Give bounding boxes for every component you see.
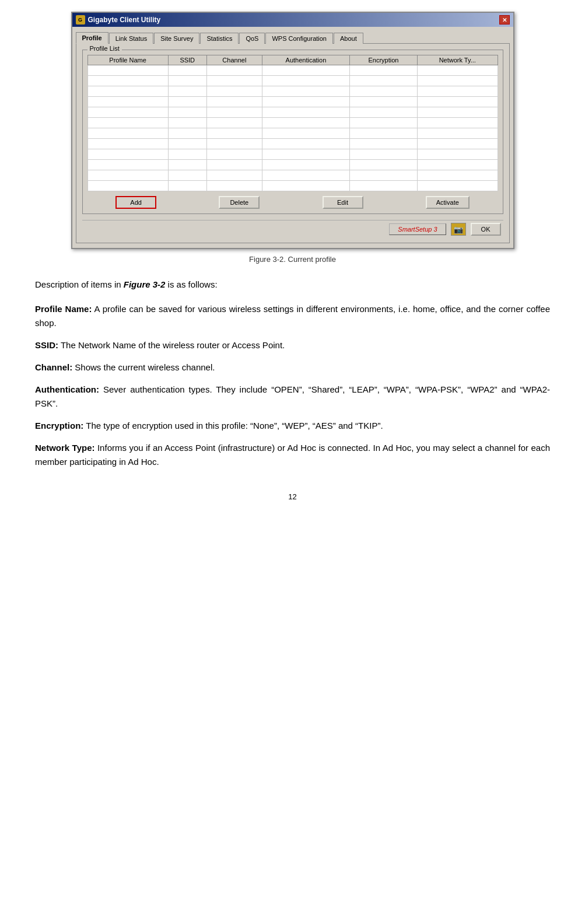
table-cell xyxy=(262,97,349,107)
delete-button[interactable]: Delete xyxy=(219,196,260,209)
table-row[interactable] xyxy=(87,97,498,107)
table-cell xyxy=(168,97,206,107)
add-button[interactable]: Add xyxy=(115,196,156,209)
table-cell xyxy=(87,128,168,139)
table-cell xyxy=(418,181,498,191)
tab-wps-config[interactable]: WPS Configuration xyxy=(265,33,333,44)
main-panel: Profile List Profile Name SSID Channel A… xyxy=(76,43,510,243)
item-term-2: Channel: xyxy=(35,362,72,372)
table-row[interactable] xyxy=(87,76,498,86)
table-row[interactable] xyxy=(87,86,498,97)
smart-setup-button[interactable]: SmartSetup 3 xyxy=(389,223,446,235)
table-cell xyxy=(206,107,262,118)
table-cell xyxy=(262,160,349,170)
table-row[interactable] xyxy=(87,170,498,181)
close-button[interactable]: ✕ xyxy=(499,15,510,24)
item-term-5: Network Type: xyxy=(35,443,95,453)
table-cell xyxy=(262,128,349,139)
item-description-0: A profile can be saved for various wirel… xyxy=(35,304,550,328)
item-paragraph-0: Profile Name: A profile can be saved for… xyxy=(35,302,550,330)
ok-button[interactable]: OK xyxy=(471,223,501,236)
table-cell xyxy=(349,160,417,170)
tab-profile[interactable]: Profile xyxy=(76,32,108,44)
table-cell xyxy=(262,76,349,86)
table-cell xyxy=(349,139,417,149)
item-description-2: Shows the current wireless channel. xyxy=(72,362,215,372)
table-cell xyxy=(168,149,206,160)
camera-icon: 📷 xyxy=(451,223,466,236)
titlebar: G Gigabyte Client Utility ✕ xyxy=(72,13,513,27)
item-description-4: The type of encryption used in this prof… xyxy=(83,421,383,430)
figure-caption: Figure 3-2. Current profile xyxy=(35,255,550,264)
intro-figure-ref: Figure 3-2 xyxy=(124,279,166,289)
table-cell xyxy=(418,149,498,160)
table-cell xyxy=(87,181,168,191)
table-cell xyxy=(418,107,498,118)
app-icon: G xyxy=(76,15,85,24)
table-row[interactable] xyxy=(87,65,498,76)
col-ssid: SSID xyxy=(168,55,206,65)
tab-about[interactable]: About xyxy=(334,33,363,44)
table-row[interactable] xyxy=(87,107,498,118)
table-row[interactable] xyxy=(87,149,498,160)
table-row[interactable] xyxy=(87,160,498,170)
window-body: Profile Link Status Site Survey Statisti… xyxy=(72,27,513,248)
table-cell xyxy=(349,170,417,181)
table-cell xyxy=(206,160,262,170)
item-term-3: Authentication: xyxy=(35,384,99,394)
table-row[interactable] xyxy=(87,139,498,149)
table-cell xyxy=(206,149,262,160)
tab-site-survey[interactable]: Site Survey xyxy=(154,33,199,44)
table-cell xyxy=(206,65,262,76)
col-profile-name: Profile Name xyxy=(87,55,168,65)
bottom-bar: SmartSetup 3 📷 OK xyxy=(82,220,503,237)
table-cell xyxy=(206,128,262,139)
table-cell xyxy=(87,86,168,97)
table-cell xyxy=(168,65,206,76)
table-cell xyxy=(168,128,206,139)
table-cell xyxy=(418,97,498,107)
table-cell xyxy=(262,65,349,76)
screenshot-container: G Gigabyte Client Utility ✕ Profile Link… xyxy=(35,12,550,249)
tab-statistics[interactable]: Statistics xyxy=(200,33,239,44)
table-cell xyxy=(87,160,168,170)
table-cell xyxy=(349,149,417,160)
table-cell xyxy=(418,86,498,97)
table-cell xyxy=(168,170,206,181)
table-cell xyxy=(168,139,206,149)
table-cell xyxy=(87,65,168,76)
item-paragraph-1: SSID: The Network Name of the wireless r… xyxy=(35,338,550,352)
item-description-1: The Network Name of the wireless router … xyxy=(58,340,285,350)
tab-link-status[interactable]: Link Status xyxy=(109,33,153,44)
intro-paragraph: Description of items in Figure 3-2 is as… xyxy=(35,278,550,292)
activate-button[interactable]: Activate xyxy=(426,196,470,209)
table-cell xyxy=(262,86,349,97)
table-cell xyxy=(349,128,417,139)
table-row[interactable] xyxy=(87,181,498,191)
table-row[interactable] xyxy=(87,118,498,128)
item-description-3: Sever authentication types. They include… xyxy=(35,384,550,408)
page-number: 12 xyxy=(35,492,550,501)
item-paragraph-2: Channel: Shows the current wireless chan… xyxy=(35,360,550,374)
table-cell xyxy=(418,76,498,86)
table-row[interactable] xyxy=(87,128,498,139)
table-cell xyxy=(262,139,349,149)
item-paragraph-3: Authentication: Sever authentication typ… xyxy=(35,383,550,411)
table-cell xyxy=(168,107,206,118)
table-cell xyxy=(206,181,262,191)
item-paragraph-4: Encryption: The type of encryption used … xyxy=(35,419,550,433)
table-cell xyxy=(418,160,498,170)
tab-qos[interactable]: QoS xyxy=(239,33,265,44)
table-cell xyxy=(206,97,262,107)
table-cell xyxy=(349,107,417,118)
table-cell xyxy=(206,86,262,97)
edit-button[interactable]: Edit xyxy=(323,196,363,209)
table-cell xyxy=(418,139,498,149)
profile-list-groupbox: Profile List Profile Name SSID Channel A… xyxy=(82,50,503,214)
table-cell xyxy=(87,139,168,149)
items-list: Profile Name: A profile can be saved for… xyxy=(35,302,550,469)
table-cell xyxy=(206,118,262,128)
table-cell xyxy=(349,65,417,76)
gigabyte-client-utility-window: G Gigabyte Client Utility ✕ Profile Link… xyxy=(71,12,514,249)
col-authentication: Authentication xyxy=(262,55,349,65)
